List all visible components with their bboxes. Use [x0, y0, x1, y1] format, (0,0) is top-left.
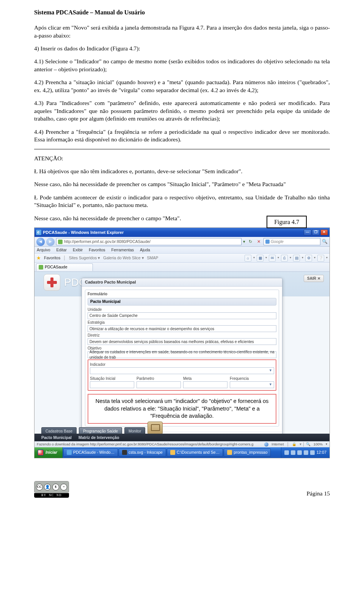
field-estrategia[interactable]: Otimizar a utilização de recursos e maxi…: [88, 325, 276, 332]
field-indicador[interactable]: ▼: [90, 367, 274, 374]
status-net: Internet: [271, 442, 284, 447]
field-meta[interactable]: [183, 381, 228, 388]
search-button[interactable]: 🔍: [322, 238, 328, 245]
field-objetivo[interactable]: Adequar os cuidados e intervenções em sa…: [88, 351, 276, 358]
callout-note: Nesta tela você selecionará um "indicado…: [88, 394, 276, 424]
darkbar-pacto[interactable]: Pacto Municipal: [41, 435, 72, 440]
mail-button[interactable]: ✉: [269, 255, 276, 262]
bottom-shelf: Cadastros Base Programação Saúde Monitor: [41, 422, 163, 434]
label-indicador: Indicador: [90, 362, 274, 367]
group-label: Formulário: [88, 292, 276, 296]
favorites-star-icon[interactable]: ★: [36, 255, 41, 261]
cc-icon: CC: [36, 484, 43, 491]
window-title: PDCASaude - Windows Internet Explorer: [43, 230, 124, 235]
modal-title: Cadastro Pacto Municipal: [82, 278, 282, 287]
para-43: 4.3) Para "Indicadores" com "parâmetro" …: [34, 99, 330, 122]
para-42: 4.2) Preencha a "situação inicial" (quan…: [34, 78, 330, 94]
system-tray[interactable]: 12:07: [281, 447, 329, 458]
globe-icon: [264, 442, 268, 447]
shelf-box-icon[interactable]: [147, 422, 163, 434]
tray-icon: [304, 450, 308, 455]
ie-status-bar: Fazendo o download da imagem http://perf…: [35, 441, 329, 447]
search-input[interactable]: Google: [264, 238, 320, 245]
protected-mode-icon: 🔒: [292, 442, 297, 447]
task-inkscape[interactable]: csta.svg - Inkscape: [119, 448, 166, 457]
safety-button[interactable]: ⚙: [305, 255, 312, 262]
print-button[interactable]: ⎙: [281, 255, 288, 262]
page-footer: CC 👤 $ = BY NC ND Página 15: [34, 481, 330, 498]
tray-icon: [297, 450, 302, 455]
label-estrategia: Estratégia: [88, 320, 276, 325]
search-engine-icon: [265, 240, 270, 244]
field-diretriz[interactable]: Devem ser desenvolvidos serviços público…: [88, 338, 276, 345]
label-frequencia: Frequencia: [230, 376, 274, 381]
favorites-bar: ★ Favoritos │ Sites Sugeridos ▾ Galeria …: [35, 254, 329, 263]
bullet-2: Ł Pode também acontecer de existir o ind…: [34, 194, 330, 209]
label-diretriz: Diretriz: [88, 333, 276, 338]
attention-label: ATENÇÃO:: [34, 155, 330, 162]
logout-button[interactable]: SAIR✕: [304, 275, 324, 282]
cc-badge: CC 👤 $ = BY NC ND: [34, 481, 69, 498]
para-41: 4.1) Selecione o "Indicador" no campo de…: [34, 58, 330, 73]
section-title: Pacto Municipal: [88, 298, 276, 306]
field-frequencia[interactable]: ▼: [230, 381, 274, 388]
status-text: Fazendo o download da imagem http://perf…: [37, 442, 253, 447]
address-bar-row: ◄ ► http://performer.pmf.sc.gov.br:8080/…: [35, 237, 329, 247]
page-number: Página 15: [306, 490, 330, 497]
plus-icon: [44, 274, 60, 291]
bullet-1: Ł Há objetivos que não têm indicadores e…: [34, 168, 330, 175]
menu-exibir[interactable]: Exibir: [73, 248, 83, 253]
favorites-label[interactable]: Favoritos: [44, 255, 60, 261]
minimize-button[interactable]: —: [304, 229, 311, 235]
chevron-down-icon: ▼: [269, 368, 272, 373]
label-situacao: Situação Inicial: [90, 376, 134, 381]
fav-item-3[interactable]: SMAP: [147, 255, 158, 261]
address-input[interactable]: http://performer.pmf.sc.gov.br:8080/PDCA…: [56, 238, 242, 245]
fav-item-1[interactable]: Sites Sugeridos ▾: [69, 255, 100, 261]
task-explorer[interactable]: C:\Documents and Se…: [167, 448, 223, 457]
zoom-level[interactable]: 100%: [314, 442, 323, 447]
para-intro: Após clicar em "Novo" será exibida a jan…: [34, 24, 330, 39]
task-prontas[interactable]: prontas_impressao: [224, 448, 271, 457]
para-b1-note: Nesse caso, não há necessidade de preenc…: [34, 180, 330, 188]
nav-fwd-button[interactable]: ►: [46, 238, 55, 246]
fav-item-2[interactable]: Galeria do Web Slice ▾: [103, 255, 144, 261]
menu-ferramentas[interactable]: Ferramentas: [111, 248, 134, 253]
doc-header: Sistema PDCASaúde – Manual do Usuário: [34, 8, 330, 16]
dropdown-icon[interactable]: ▾: [243, 239, 245, 244]
refresh-button[interactable]: ↻: [247, 238, 254, 245]
menu-bar: Arquivo Editar Exibir Favoritos Ferramen…: [35, 247, 329, 254]
chevron-down-icon: ▼: [269, 382, 272, 387]
feeds-button[interactable]: ▦: [257, 255, 264, 262]
field-situacao[interactable]: [90, 381, 134, 388]
tab-row: PDCASaude: [35, 263, 329, 272]
nav-back-button[interactable]: ◄: [36, 238, 45, 246]
label-parametro: Parâmetro: [136, 376, 181, 381]
field-parametro[interactable]: [136, 381, 181, 388]
menu-favoritos[interactable]: Favoritos: [89, 248, 105, 253]
close-icon: ✕: [317, 276, 320, 281]
nd-icon: =: [60, 484, 67, 491]
browser-tab[interactable]: PDCASaude: [36, 263, 93, 271]
tools-button[interactable]: ❔: [317, 255, 324, 262]
windows-taskbar: Iniciar PDCASaude - Windo… csta.svg - In…: [35, 447, 329, 458]
stop-button[interactable]: ✕: [255, 238, 262, 245]
home-button[interactable]: ⌂: [245, 255, 251, 262]
url-text: http://performer.pmf.sc.gov.br:8080/PDCA…: [64, 239, 151, 244]
field-unidade[interactable]: Centro de Saúde Campeche: [88, 312, 276, 319]
window-titlebar: PDCASaude - Windows Internet Explorer — …: [35, 228, 329, 237]
task-pdca[interactable]: PDCASaude - Windo…: [63, 448, 118, 457]
page-button[interactable]: ▤: [293, 255, 300, 262]
start-button[interactable]: Iniciar: [35, 447, 63, 458]
menu-arquivo[interactable]: Arquivo: [37, 248, 50, 253]
menu-editar[interactable]: Editar: [56, 248, 67, 253]
by-icon: 👤: [44, 484, 51, 491]
tray-icon: [284, 450, 289, 455]
tab-label: PDCASaude: [45, 265, 67, 270]
maximize-button[interactable]: ❐: [312, 229, 320, 235]
darkbar-matriz[interactable]: Matriz de Intervenção: [78, 435, 119, 440]
cc-label-row: BY NC ND: [34, 493, 69, 498]
menu-ajuda[interactable]: Ajuda: [140, 248, 150, 253]
close-button[interactable]: ✕: [320, 229, 328, 235]
nc-icon: $: [52, 484, 59, 491]
